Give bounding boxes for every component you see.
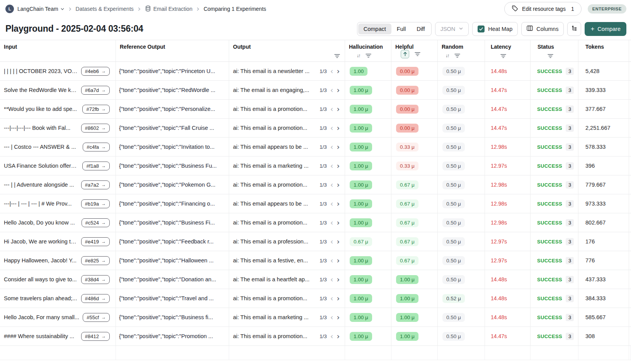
example-id-chip[interactable]: #8412 →	[81, 332, 110, 341]
format-select[interactable]: JSON	[435, 22, 469, 36]
view-mode-full[interactable]: Full	[391, 24, 411, 34]
row-output-text[interactable]: ai: This email is a marketing ...	[233, 314, 316, 320]
pager-prev-icon[interactable]: ‹	[330, 68, 333, 75]
helpful-score-badge[interactable]: 0.67 μ	[396, 199, 418, 208]
hallucination-score-badge[interactable]: 1.00 μ	[350, 105, 372, 114]
row-output-text[interactable]: ai: This email is a promotion...	[233, 125, 316, 131]
row-reference-output[interactable]: {"tone":"positive","topic":"Feedback r..…	[119, 238, 214, 245]
org-avatar[interactable]: L	[5, 5, 14, 13]
team-selector[interactable]: LangChain Team	[17, 6, 65, 12]
example-id-chip[interactable]: #72fb →	[82, 105, 110, 114]
pager-next-icon[interactable]: ›	[337, 200, 340, 208]
hallucination-score-badge[interactable]: 1.00 μ	[350, 294, 372, 303]
filter-icon[interactable]	[500, 54, 506, 58]
row-reference-output[interactable]: {"tone":"positive","topic":"Financing o.…	[119, 201, 215, 207]
sort-icon[interactable]: ↓↑	[446, 53, 449, 58]
row-output-text[interactable]: ai: This email is a newsletter ...	[233, 68, 316, 74]
hallucination-score-badge[interactable]: 1.00	[350, 67, 367, 76]
row-output-text[interactable]: ai: This email is a festive, en...	[233, 257, 316, 264]
pager-prev-icon[interactable]: ‹	[330, 162, 333, 170]
example-id-chip[interactable]: #38d4 →	[81, 275, 110, 284]
hallucination-score-badge[interactable]: 1.00 μ	[350, 162, 372, 170]
pager-next-icon[interactable]: ›	[337, 314, 340, 321]
random-score-badge[interactable]: 0.50 μ	[442, 105, 465, 114]
row-input-text[interactable]: #### Where sustainability ...	[4, 333, 78, 339]
row-reference-output[interactable]: {"tone":"positive","topic":"Donation an.…	[119, 276, 216, 282]
helpful-score-badge[interactable]: 0.67 μ	[396, 180, 418, 189]
row-reference-output[interactable]: {"tone":"positive","topic":"Halloween ..…	[119, 257, 214, 264]
pager-prev-icon[interactable]: ‹	[330, 105, 333, 113]
row-output-text[interactable]: ai: This email is a marketing ...	[233, 163, 316, 169]
example-id-chip[interactable]: #4eb6 →	[81, 67, 110, 76]
pager-next-icon[interactable]: ›	[337, 181, 340, 189]
example-id-chip[interactable]: #8602 →	[81, 124, 110, 133]
pager-prev-icon[interactable]: ‹	[330, 181, 333, 189]
random-score-badge[interactable]: 0.50 μ	[442, 218, 465, 227]
pager-prev-icon[interactable]: ‹	[330, 257, 333, 264]
random-score-badge[interactable]: 0.50 μ	[442, 124, 465, 133]
helpful-score-badge[interactable]: 1.00 μ	[396, 313, 418, 322]
filter-icon[interactable]	[334, 54, 340, 58]
row-reference-output[interactable]: {"tone":"positive","topic":"Business Fu.…	[119, 163, 217, 169]
row-input-text[interactable]: Happy Halloween, Jacob! Y...	[4, 257, 78, 264]
pager-next-icon[interactable]: ›	[337, 295, 340, 302]
example-id-chip[interactable]: #e825 →	[81, 256, 110, 265]
row-reference-output[interactable]: {"tone":"positive","topic":"Promotion ..…	[119, 333, 213, 339]
pager-next-icon[interactable]: ›	[337, 238, 340, 245]
helpful-score-badge[interactable]: 0.00 μ	[396, 67, 418, 76]
row-input-text[interactable]: ---|---|---|--- Book with Fal...	[4, 125, 78, 131]
row-input-text[interactable]: Hello Jacob, For many small...	[4, 314, 80, 320]
row-input-text[interactable]: Some travelers plan ahead;...	[4, 295, 78, 301]
sort-icon[interactable]: ↓↑	[357, 53, 360, 58]
row-output-text[interactable]: ai: This email appears to be ...	[233, 144, 316, 150]
row-output-text[interactable]: ai: This email is a promotion...	[233, 182, 316, 188]
random-score-badge[interactable]: 0.50 μ	[442, 332, 465, 341]
pager-prev-icon[interactable]: ‹	[330, 143, 333, 151]
random-score-badge[interactable]: 0.52 μ	[442, 294, 465, 303]
hallucination-score-badge[interactable]: 1.00 μ	[350, 124, 372, 133]
hallucination-score-badge[interactable]: 1.00 μ	[350, 180, 372, 189]
breadcrumb-datasets[interactable]: Datasets & Experiments	[76, 6, 134, 12]
helpful-score-badge[interactable]: 0.33 μ	[396, 143, 418, 151]
helpful-score-badge[interactable]: 0.67 μ	[396, 218, 418, 227]
row-output-text[interactable]: ai: The email is a heartfelt ap...	[233, 276, 316, 282]
helpful-score-badge[interactable]: 1.00 μ	[396, 275, 418, 284]
example-id-chip[interactable]: #c524 →	[82, 218, 110, 227]
columns-button[interactable]: Columns	[521, 22, 564, 36]
pager-next-icon[interactable]: ›	[337, 87, 340, 94]
row-reference-output[interactable]: {"tone":"positive","topic":"Business Fi.…	[119, 219, 215, 226]
row-reference-output[interactable]: {"tone":"positive","topic":"Princeton U.…	[119, 68, 215, 74]
row-input-text[interactable]: Consider all ways to give to...	[4, 276, 78, 282]
heatmap-checkbox[interactable]	[478, 26, 485, 32]
example-id-chip[interactable]: #e419 →	[81, 237, 110, 246]
hallucination-score-badge[interactable]: 1.00 μ	[350, 313, 372, 322]
random-score-badge[interactable]: 0.50 μ	[442, 67, 465, 76]
row-reference-output[interactable]: {"tone":"positive","topic":"Business fi.…	[119, 314, 213, 320]
hallucination-score-badge[interactable]: 1.00 μ	[350, 218, 372, 227]
row-output-text[interactable]: ai: This email is a profession...	[233, 238, 316, 245]
helpful-score-badge[interactable]: 0.67 μ	[396, 256, 418, 265]
pager-prev-icon[interactable]: ‹	[330, 333, 333, 340]
row-input-text[interactable]: Hello Jacob, Do you know ...	[4, 219, 78, 226]
row-input-text[interactable]: ---|--- | --- | --- | # We Prov...	[4, 201, 78, 207]
hallucination-score-badge[interactable]: 1.00 μ	[350, 256, 372, 265]
hallucination-score-badge[interactable]: 1.00 μ	[350, 86, 372, 95]
pager-next-icon[interactable]: ›	[337, 143, 340, 151]
helpful-score-badge[interactable]: 0.00 μ	[396, 124, 418, 133]
random-score-badge[interactable]: 0.50 μ	[442, 275, 465, 284]
row-output-text[interactable]: ai: This email is a promotion...	[233, 219, 316, 226]
pager-next-icon[interactable]: ›	[337, 105, 340, 113]
example-id-chip[interactable]: #f1a8 →	[82, 162, 110, 170]
random-score-badge[interactable]: 0.50 μ	[442, 180, 465, 189]
random-score-badge[interactable]: 0.50 μ	[442, 162, 465, 170]
pager-next-icon[interactable]: ›	[337, 162, 340, 170]
row-input-text[interactable]: Solve the RedWordle We kn...	[4, 87, 78, 93]
pager-next-icon[interactable]: ›	[337, 219, 340, 226]
edit-resource-tags-button[interactable]: Edit resource tags 1	[504, 2, 582, 16]
compare-button[interactable]: + Compare	[585, 22, 626, 36]
pager-prev-icon[interactable]: ‹	[330, 87, 333, 94]
helpful-score-badge[interactable]: 0.67 μ	[396, 237, 418, 246]
random-score-badge[interactable]: 0.50 μ	[442, 86, 465, 95]
pager-prev-icon[interactable]: ‹	[330, 295, 333, 302]
pager-next-icon[interactable]: ›	[337, 124, 340, 132]
